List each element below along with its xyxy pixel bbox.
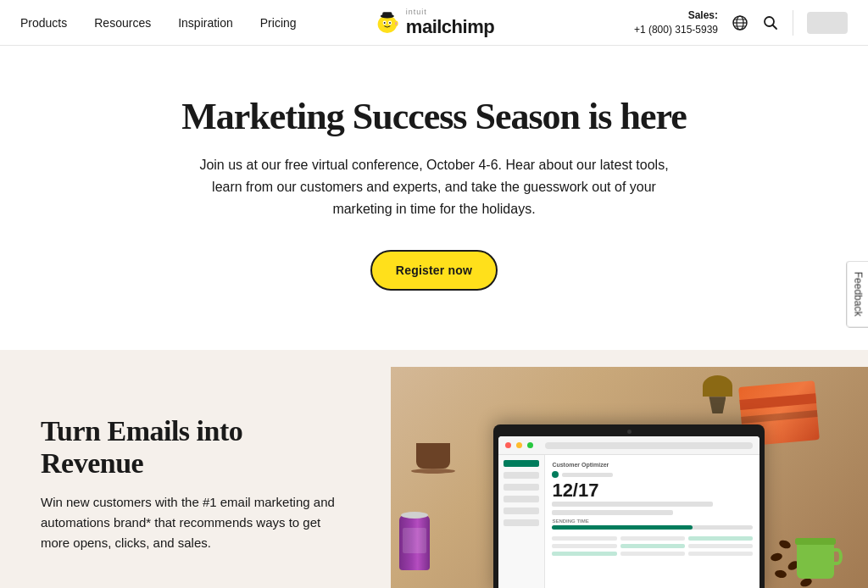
- navbar: Products Resources Inspiration Pricing i…: [0, 0, 868, 46]
- section-label: Customer Optimizer: [552, 462, 753, 468]
- logo-intuit-text: intuit: [406, 8, 494, 16]
- screen-content: Customer Optimizer 12/17 SENDING TIME: [545, 455, 760, 588]
- sales-label: Sales:: [634, 8, 718, 23]
- progress-fill: [552, 525, 693, 530]
- can: [399, 515, 430, 570]
- data-row-1: [552, 536, 753, 541]
- cell-2: [620, 536, 685, 541]
- mailchimp-icon: [374, 9, 401, 36]
- laptop: Customer Optimizer 12/17 SENDING TIME: [493, 424, 765, 588]
- features-section: Turn Emails into Revenue Win new custome…: [0, 350, 868, 588]
- mug-handle: [832, 548, 843, 565]
- sending-label: SENDING TIME: [552, 519, 753, 524]
- nav-divider: [793, 10, 793, 36]
- status-dot: [552, 471, 559, 478]
- bean-1: [778, 539, 792, 550]
- nav-link-pricing[interactable]: Pricing: [260, 16, 297, 30]
- cell-7: [552, 552, 616, 556]
- sales-number: +1 (800) 315-5939: [634, 23, 718, 37]
- url-bar: [545, 442, 753, 449]
- features-text: Turn Emails into Revenue Win new custome…: [0, 364, 391, 588]
- search-button[interactable]: [762, 14, 779, 31]
- laptop-screen: Customer Optimizer 12/17 SENDING TIME: [498, 436, 760, 588]
- can-label: [403, 528, 426, 553]
- bag-stripe-1: [739, 393, 816, 410]
- svg-point-4: [384, 22, 386, 24]
- svg-rect-7: [382, 12, 392, 17]
- dot-yellow: [516, 442, 522, 448]
- mug-rim: [795, 538, 836, 545]
- cell-9: [688, 552, 753, 556]
- text-line-1: [552, 502, 713, 507]
- cell-3: [688, 536, 753, 541]
- features-image: Customer Optimizer 12/17 SENDING TIME: [391, 367, 868, 588]
- cell-4: [552, 544, 616, 548]
- features-description: Win new customers with the #1 email mark…: [41, 492, 350, 553]
- search-icon: [763, 15, 778, 31]
- nav-link-resources[interactable]: Resources: [94, 16, 151, 30]
- sidebar-item-3: [504, 484, 539, 491]
- dot-red: [505, 442, 511, 448]
- feedback-tab[interactable]: Feedback: [847, 261, 868, 328]
- status-line: [562, 473, 613, 477]
- dripper-body: [709, 397, 726, 413]
- dripper-top: [703, 375, 732, 397]
- hero-title: Marketing Success Season is here: [137, 97, 731, 137]
- sidebar-item-6: [504, 519, 539, 526]
- nav-link-inspiration[interactable]: Inspiration: [178, 16, 233, 30]
- sidebar-item-1: [504, 460, 539, 467]
- sidebar-item-4: [504, 496, 539, 502]
- hero-section: Marketing Success Season is here Join us…: [0, 46, 868, 350]
- big-number: 12/17: [552, 481, 753, 500]
- globe-icon: [732, 15, 748, 31]
- svg-point-9: [395, 21, 397, 25]
- green-mug: [797, 541, 834, 579]
- coffee-cup: [416, 443, 450, 469]
- avatar[interactable]: [807, 12, 848, 34]
- text-line-2: [552, 510, 672, 515]
- laptop-screen-wrap: Customer Optimizer 12/17 SENDING TIME: [493, 424, 765, 588]
- cell-1: [552, 536, 616, 541]
- logo-brand-text: mailchimp: [406, 16, 494, 37]
- screen-sidebar: [498, 455, 545, 588]
- hero-subtitle: Join us at our free virtual conference, …: [197, 154, 671, 219]
- coffee-dripper: [703, 375, 732, 413]
- svg-point-1: [380, 16, 395, 30]
- screen-header: [498, 436, 760, 455]
- data-row-2: [552, 544, 753, 548]
- cell-6: [688, 544, 753, 548]
- sidebar-item-5: [504, 508, 539, 514]
- register-now-button[interactable]: Register now: [370, 250, 498, 291]
- bean-5: [774, 569, 787, 579]
- sales-info: Sales: +1 (800) 315-5939: [634, 8, 718, 37]
- nav-left: Products Resources Inspiration Pricing: [20, 16, 297, 30]
- sidebar-item-2: [504, 472, 539, 479]
- bean-2: [770, 552, 783, 563]
- svg-point-5: [389, 22, 391, 24]
- data-row-3: [552, 552, 753, 556]
- camera-dot: [627, 430, 632, 434]
- progress-wrap: [552, 525, 753, 530]
- laptop-scene: Customer Optimizer 12/17 SENDING TIME: [391, 367, 868, 588]
- dot-green: [527, 442, 533, 448]
- features-title: Turn Emails into Revenue: [41, 415, 350, 479]
- bag-stripe-2: [741, 410, 817, 424]
- nav-logo[interactable]: intuit mailchimp: [374, 8, 494, 38]
- nav-right: Sales: +1 (800) 315-5939: [634, 8, 848, 37]
- cell-8: [620, 552, 685, 556]
- globe-button[interactable]: [732, 14, 748, 31]
- cell-5: [620, 544, 685, 548]
- svg-line-16: [773, 25, 777, 29]
- nav-link-products[interactable]: Products: [20, 16, 67, 30]
- can-top: [401, 512, 428, 519]
